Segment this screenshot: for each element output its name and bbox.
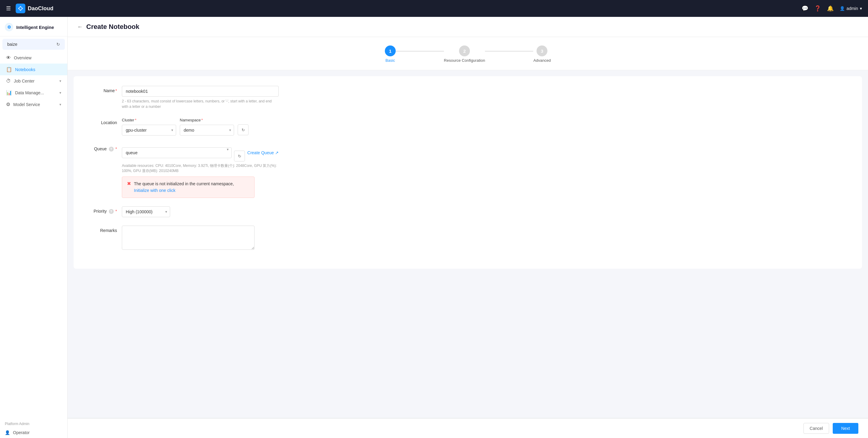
priority-select[interactable]: High (100000) Medium (50000) Low (10000) (122, 206, 170, 217)
logo-icon (16, 4, 25, 13)
sidebar-item-label: Notebooks (15, 67, 35, 72)
queue-inner: queue ▾ ↻ Create Queue ↗ (122, 144, 279, 162)
sidebar-item-label: Overview (14, 56, 31, 60)
cancel-button[interactable]: Cancel (803, 423, 829, 434)
operator-icon: 👤 (5, 430, 10, 435)
engine-label: Intelligent Engine (16, 25, 54, 30)
queue-row: Queue ? * queue ▾ ↻ (86, 144, 850, 198)
notification-icon[interactable]: 🔔 (827, 5, 834, 12)
expand-icon: ▾ (59, 79, 61, 83)
name-label: Name* (86, 86, 122, 93)
model-service-icon: ⚙ (6, 102, 10, 107)
user-avatar-icon: 👤 (840, 6, 845, 11)
data-manage-icon: 📊 (6, 90, 12, 96)
location-row: Location Cluster* gpu-cluster (86, 118, 850, 136)
remarks-field (122, 226, 279, 250)
message-icon[interactable]: 💬 (802, 5, 808, 12)
notebooks-icon: 📋 (6, 67, 12, 72)
operator-label: Operator (13, 430, 30, 435)
sidebar-item-operator[interactable]: 👤 Operator (0, 427, 67, 438)
queue-select[interactable]: queue (122, 147, 231, 158)
location-refresh-button[interactable]: ↻ (238, 125, 249, 135)
workspace-refresh-icon[interactable]: ↻ (56, 42, 60, 47)
workspace-selector[interactable]: baize ↻ (2, 39, 65, 50)
cluster-group: Cluster* gpu-cluster ▾ (122, 118, 176, 136)
form-container: Name* 2 - 63 characters, must consist of… (73, 76, 862, 269)
error-message: The queue is not initialized in the curr… (134, 181, 234, 186)
priority-label: Priority ? * (86, 206, 122, 214)
logo: DaoCloud (16, 4, 53, 13)
user-dropdown-icon: ▾ (860, 6, 862, 11)
logo-text: DaoCloud (28, 5, 53, 12)
stepper: 1 Basic 2 Resource Configuration 3 Advan… (67, 37, 868, 70)
resources-hint: Available resources: CPU: 4010Core, Memo… (122, 163, 279, 173)
queue-help-icon[interactable]: ? (109, 147, 114, 151)
layout: ⚙ Intelligent Engine baize ↻ 👁 Overview … (0, 17, 868, 438)
name-row: Name* 2 - 63 characters, must consist of… (86, 86, 850, 109)
location-field: Cluster* gpu-cluster ▾ (122, 118, 279, 136)
sidebar-item-label: Job Center (14, 79, 34, 83)
name-field: 2 - 63 characters, must consist of lower… (122, 86, 279, 109)
page-footer: Cancel Next (67, 418, 868, 438)
remarks-row: Remarks (86, 226, 850, 250)
sidebar-item-model-service[interactable]: ⚙ Model Service ▾ (0, 99, 67, 110)
cluster-select[interactable]: gpu-cluster (122, 125, 176, 136)
stepper-inner: 1 Basic 2 Resource Configuration 3 Advan… (385, 45, 551, 63)
queue-required: * (116, 146, 117, 151)
user-menu[interactable]: 👤 admin ▾ (840, 6, 862, 11)
priority-field: High (100000) Medium (50000) Low (10000)… (122, 206, 279, 217)
step-1-circle: 1 (385, 45, 396, 56)
back-button[interactable]: ← (77, 24, 83, 30)
cluster-select-wrapper: gpu-cluster ▾ (122, 125, 176, 136)
create-queue-link[interactable]: Create Queue ↗ (247, 150, 279, 155)
remarks-label: Remarks (86, 226, 122, 233)
name-input[interactable] (122, 86, 279, 97)
queue-label: Queue ? * (86, 144, 122, 151)
location-inner: Cluster* gpu-cluster ▾ (122, 118, 279, 136)
sidebar-item-job-center[interactable]: ⏱ Job Center ▾ (0, 75, 67, 87)
page-header: ← Create Notebook (67, 17, 868, 37)
sidebar-item-data-manage[interactable]: 📊 Data Manage... ▾ (0, 87, 67, 99)
queue-refresh-button[interactable]: ↻ (234, 150, 245, 162)
queue-field: queue ▾ ↻ Create Queue ↗ Available resou… (122, 144, 279, 198)
initialize-link[interactable]: Initialize with one click (134, 188, 176, 193)
name-hint: 2 - 63 characters, must consist of lower… (122, 99, 279, 109)
topnav-right: 💬 ❓ 🔔 👤 admin ▾ (802, 5, 862, 12)
sidebar-item-notebooks[interactable]: 📋 Notebooks (0, 64, 67, 75)
create-queue-label: Create Queue (247, 150, 274, 155)
expand-icon: ▾ (59, 102, 61, 107)
remarks-textarea[interactable] (122, 226, 254, 250)
priority-select-wrapper: High (100000) Medium (50000) Low (10000)… (122, 206, 170, 217)
error-text: The queue is not initialized in the curr… (134, 180, 234, 194)
page-title: Create Notebook (86, 23, 140, 31)
location-label: Location (86, 118, 122, 125)
step-3: 3 Advanced (533, 45, 551, 63)
step-3-label: Advanced (533, 58, 551, 63)
sidebar-item-label: Model Service (13, 102, 40, 107)
menu-icon[interactable]: ☰ (6, 5, 11, 12)
step-2: 2 Resource Configuration (444, 45, 485, 63)
namespace-group: Namespace* demo ▾ (180, 118, 234, 136)
top-navbar: ☰ DaoCloud 💬 ❓ 🔔 👤 admin ▾ (0, 0, 868, 17)
platform-label: Platform Admin (0, 419, 67, 427)
error-icon: ✖ (127, 181, 131, 187)
sidebar-engine: ⚙ Intelligent Engine (0, 17, 67, 36)
sidebar-item-overview[interactable]: 👁 Overview (0, 52, 67, 64)
next-button[interactable]: Next (833, 423, 858, 434)
name-required: * (116, 88, 117, 93)
content-area: 1 Basic 2 Resource Configuration 3 Advan… (67, 37, 868, 417)
overview-icon: 👁 (6, 55, 11, 61)
step-line-1 (396, 51, 444, 52)
namespace-select[interactable]: demo (180, 125, 234, 136)
queue-select-wrapper: queue ▾ (122, 147, 231, 158)
namespace-select-wrapper: demo ▾ (180, 125, 234, 136)
step-1-label: Basic (385, 58, 395, 63)
help-icon[interactable]: ❓ (814, 5, 821, 12)
svg-point-1 (19, 7, 22, 10)
step-3-circle: 3 (536, 45, 548, 56)
workspace-label: baize (7, 42, 17, 47)
priority-help-icon[interactable]: ? (109, 209, 114, 214)
sidebar-item-label: Data Manage... (15, 90, 44, 95)
priority-required: * (116, 209, 117, 213)
queue-error-box: ✖ The queue is not initialized in the cu… (122, 176, 254, 198)
